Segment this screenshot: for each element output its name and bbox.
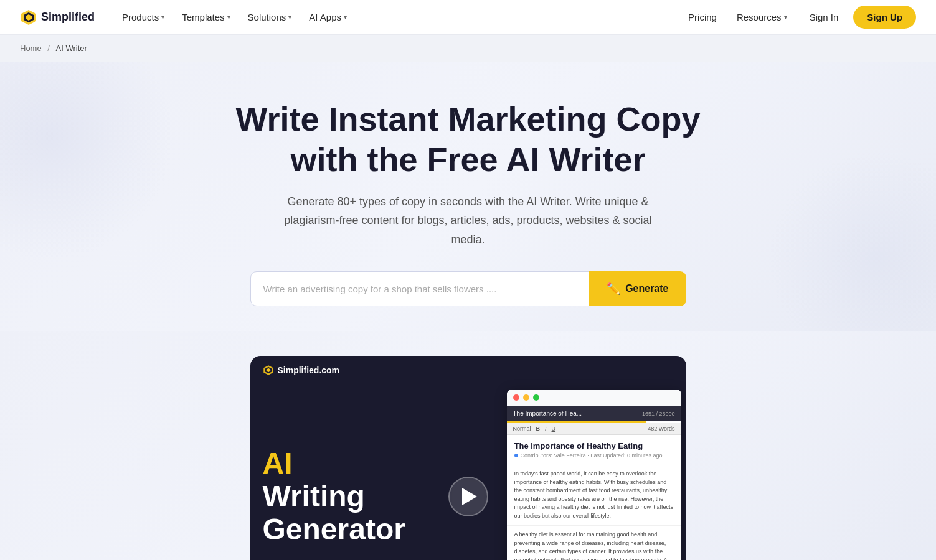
article-meta-text: Contributors: Vale Ferreira · Last Updat… xyxy=(521,452,663,459)
video-inner: AI Writing Generator The Importance of H… xyxy=(250,385,686,560)
toolbar-dot-green xyxy=(533,394,539,401)
video-editor-panel: The Importance of Hea... 1651 / 25000 No… xyxy=(507,390,681,560)
article-meta: Contributors: Vale Ferreira · Last Updat… xyxy=(514,452,674,459)
nav-right: Pricing Resources ▾ Sign In Sign Up xyxy=(681,6,916,29)
breadcrumb: Home / AI Writer xyxy=(0,35,936,62)
nav-ai-apps[interactable]: AI Apps ▾ xyxy=(301,7,354,27)
brand-logo[interactable]: Simplified xyxy=(20,9,95,26)
hero-subtitle: Generate 80+ types of copy in seconds wi… xyxy=(281,192,655,250)
search-bar: ✏️ Generate xyxy=(250,271,686,306)
search-input[interactable] xyxy=(250,271,590,306)
nav-solutions[interactable]: Solutions ▾ xyxy=(240,7,300,27)
breadcrumb-separator: / xyxy=(47,44,50,53)
signup-button[interactable]: Sign Up xyxy=(853,6,916,29)
video-section: Simplified.com AI Writing Generator xyxy=(0,331,936,560)
word-count-display: 1651 / 25000 xyxy=(642,411,675,417)
video-brand-label: Simplified.com xyxy=(278,365,340,375)
toolbar-dot-red xyxy=(513,394,519,401)
editor-toolbar xyxy=(507,390,681,406)
nav-products[interactable]: Products ▾ xyxy=(115,7,172,27)
ai-text-line1: AI xyxy=(263,447,293,480)
generate-icon: ✏️ xyxy=(607,282,620,296)
nav-templates[interactable]: Templates ▾ xyxy=(174,7,237,27)
video-brand: Simplified.com xyxy=(263,365,340,376)
video-header: Simplified.com xyxy=(250,356,686,385)
chevron-down-icon: ▾ xyxy=(227,14,230,21)
editor-tab-label: The Importance of Hea... xyxy=(513,410,582,417)
play-triangle-icon xyxy=(462,488,477,505)
nav-links: Products ▾ Templates ▾ Solutions ▾ AI Ap… xyxy=(115,7,681,27)
nav-pricing[interactable]: Pricing xyxy=(681,7,724,27)
chevron-down-icon: ▾ xyxy=(288,14,291,21)
video-card: Simplified.com AI Writing Generator xyxy=(250,356,686,560)
video-left-panel: AI Writing Generator xyxy=(250,385,502,560)
article-title: The Importance of Healthy Eating xyxy=(514,441,674,450)
signin-link[interactable]: Sign In xyxy=(800,7,849,27)
logo-icon xyxy=(20,9,37,26)
generate-button[interactable]: ✏️ Generate xyxy=(589,271,686,306)
chevron-down-icon: ▾ xyxy=(344,14,347,21)
article-body-1: In today's fast-paced world, it can be e… xyxy=(507,465,681,526)
chevron-down-icon: ▾ xyxy=(784,14,787,21)
article-title-block: The Importance of Healthy Eating Contrib… xyxy=(507,435,681,465)
generate-label: Generate xyxy=(625,283,668,294)
hero-title: Write Instant Marketing Copy with the Fr… xyxy=(232,99,705,180)
ai-text-line2: Writing xyxy=(263,480,365,513)
article-body-2: A healthy diet is essential for maintain… xyxy=(507,526,681,560)
breadcrumb-home[interactable]: Home xyxy=(20,44,42,53)
nav-resources[interactable]: Resources ▾ xyxy=(729,7,795,27)
ai-text-line3: Generator xyxy=(263,513,405,546)
brand-name: Simplified xyxy=(41,11,95,24)
video-logo-icon xyxy=(263,365,274,376)
hero-section: Write Instant Marketing Copy with the Fr… xyxy=(0,62,936,331)
contributor-dot xyxy=(514,454,518,457)
chevron-down-icon: ▾ xyxy=(161,14,164,21)
toolbar-dot-yellow xyxy=(523,394,529,401)
main-nav: Simplified Products ▾ Templates ▾ Soluti… xyxy=(0,0,936,35)
word-count-small: 482 Words xyxy=(648,426,674,432)
format-toolbar: Normal B I U 482 Words xyxy=(507,423,681,435)
editor-title-bar: The Importance of Hea... 1651 / 25000 xyxy=(507,406,681,421)
play-button[interactable] xyxy=(448,477,488,516)
breadcrumb-current: AI Writer xyxy=(56,44,87,53)
